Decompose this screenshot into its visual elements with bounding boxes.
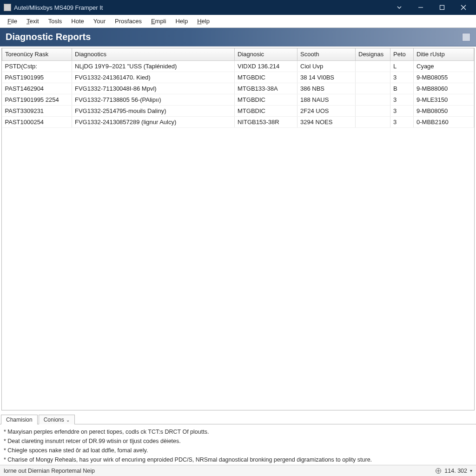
note-line: * Charise of Mongy Reheals, has your wir… xyxy=(4,455,472,464)
table-cell: 386 NBS xyxy=(298,83,356,94)
table-cell: 9-MLE3150 xyxy=(414,94,474,105)
header-action-icon[interactable] xyxy=(462,33,470,41)
tab-conions[interactable]: Conions⌄ xyxy=(39,415,75,424)
table-cell xyxy=(356,83,390,94)
note-line: * Chiegle spoces nake sted ôr ad loat dd… xyxy=(4,446,472,455)
table-cell: 3 xyxy=(390,105,414,116)
chevron-down-icon: ⌄ xyxy=(66,417,70,423)
column-header[interactable]: Ditie rUstp xyxy=(414,48,474,60)
section-header: Diagnostic Reports xyxy=(0,28,476,46)
table-cell: 2F24 UOS xyxy=(298,105,356,116)
window-title: Autel/Mlisxbys MS409 Framper It xyxy=(14,4,389,11)
menu-item-help[interactable]: Help xyxy=(192,16,214,26)
table-cell: Cyage xyxy=(414,60,474,72)
table-cell: NLjDG 19Y9–2021 "USS (Taplénided) xyxy=(72,60,235,72)
table-cell: 9-MB08055 xyxy=(414,72,474,83)
svg-rect-1 xyxy=(440,6,444,10)
table-cell: NITGB153-38R xyxy=(235,116,298,127)
table-cell: MTGBDIC xyxy=(235,94,298,105)
table-cell: PAST1462904 xyxy=(2,83,72,94)
title-bar: Autel/Mlisxbys MS409 Framper It xyxy=(0,0,476,15)
table-cell: 3 xyxy=(390,94,414,105)
menu-item-tosls[interactable]: Tosls xyxy=(44,16,67,26)
tab-chamision[interactable]: Chamision xyxy=(1,415,38,424)
table-row[interactable]: PAST3309231FVG1332-2514795-mouils Daliny… xyxy=(2,105,474,116)
status-right: 114. 302 xyxy=(444,468,467,474)
menu-item-file[interactable]: File xyxy=(3,16,22,26)
table-row[interactable]: PAST1462904FVG1332-71130048I-86 Mpvl)MTG… xyxy=(2,83,474,94)
table-cell: Ciol Uvp xyxy=(298,60,356,72)
table-cell: FVG1332-2514795-mouils Daliny) xyxy=(72,105,235,116)
status-bar: lorne out Diernian Reportemal Neip 114. … xyxy=(0,465,476,476)
table-row[interactable]: PAST1000254FVG1332-24130857289 (lignur A… xyxy=(2,116,474,127)
notes-panel: * Maxyisan perples erfenddre on perect t… xyxy=(0,424,476,467)
note-line: * Deat clareting insnutrt retcer of DR.9… xyxy=(4,436,472,446)
status-left: lorne out Diernian Reportemal Neip xyxy=(4,468,95,474)
maximize-button[interactable] xyxy=(431,0,453,15)
table-cell: VIDXD 136.214 xyxy=(235,60,298,72)
table-cell: PAST3309231 xyxy=(2,105,72,116)
table-cell: 188 NAUS xyxy=(298,94,356,105)
status-icon xyxy=(435,468,442,474)
table-cell: FVG1332-77138805 56-(PAlipıı) xyxy=(72,94,235,105)
table-row[interactable]: PSTD(Cstp:NLjDG 19Y9–2021 "USS (Taplénid… xyxy=(2,60,474,72)
table-cell: FVG1332-71130048I-86 Mpvl) xyxy=(72,83,235,94)
table-cell: FVG1332-24130857289 (lignur Aulcy) xyxy=(72,116,235,127)
table-row[interactable]: PAST1901995FVG1332-241361470. Kied)MTGBD… xyxy=(2,72,474,83)
bottom-tab-bar: ChamisionConions⌄ xyxy=(0,412,476,424)
status-chevron-icon[interactable]: ▾ xyxy=(470,468,472,473)
column-header[interactable]: Diagnootics xyxy=(72,48,235,60)
table-cell: 9-MB08050 xyxy=(414,105,474,116)
column-header[interactable]: Designas xyxy=(356,48,390,60)
table-cell: PAST1000254 xyxy=(2,116,72,127)
table-cell: PAST1901995 xyxy=(2,72,72,83)
dropdown-button[interactable] xyxy=(389,0,410,15)
table-cell: B xyxy=(390,83,414,94)
table-cell: MTGB133-38A xyxy=(235,83,298,94)
table-cell xyxy=(356,94,390,105)
table-cell xyxy=(356,116,390,127)
table-cell: 3 xyxy=(390,72,414,83)
menu-item-prosfaces[interactable]: Prosfaces xyxy=(110,16,146,26)
table-cell: 0-MBB2160 xyxy=(414,116,474,127)
column-header[interactable]: Toreonücy Rask xyxy=(2,48,72,60)
app-icon xyxy=(4,4,11,11)
menu-item-help[interactable]: Help xyxy=(171,16,192,26)
table-cell: PAST1901995 2254 xyxy=(2,94,72,105)
menu-item-texit[interactable]: Texit xyxy=(22,16,44,26)
table-cell: 3 xyxy=(390,116,414,127)
menu-item-empli[interactable]: Empli xyxy=(146,16,171,26)
column-header[interactable]: Scooth xyxy=(298,48,356,60)
table-cell: MTGBDIC xyxy=(235,72,298,83)
table-cell: 38 14 VI0BS xyxy=(298,72,356,83)
column-header[interactable]: Diagnosic xyxy=(235,48,298,60)
menu-bar: FileTexitToslsHoteYourProsfacesEmpliHelp… xyxy=(0,15,476,28)
table-cell xyxy=(356,72,390,83)
report-table: Toreonücy RaskDiagnooticsDiagnosicScooth… xyxy=(2,48,474,128)
table-cell: 9-MB88060 xyxy=(414,83,474,94)
close-button[interactable] xyxy=(453,0,474,15)
table-cell: MTGBDIC xyxy=(235,105,298,116)
table-row[interactable]: PAST1901995 2254FVG1332-77138805 56-(PAl… xyxy=(2,94,474,105)
table-cell: FVG1332-241361470. Kied) xyxy=(72,72,235,83)
menu-item-your[interactable]: Your xyxy=(89,16,110,26)
page-title: Diagnostic Reports xyxy=(6,32,91,42)
note-line: * Maxyisan perples erfenddre on perect t… xyxy=(4,427,472,436)
table-cell: 3294 NOES xyxy=(298,116,356,127)
report-table-container: Toreonücy RaskDiagnooticsDiagnosicScooth… xyxy=(1,48,475,410)
table-cell: PSTD(Cstp: xyxy=(2,60,72,72)
column-header[interactable]: Peto xyxy=(390,48,414,60)
menu-item-hote[interactable]: Hote xyxy=(66,16,88,26)
minimize-button[interactable] xyxy=(410,0,431,15)
table-cell xyxy=(356,105,390,116)
table-cell xyxy=(356,60,390,72)
table-cell: L xyxy=(390,60,414,72)
